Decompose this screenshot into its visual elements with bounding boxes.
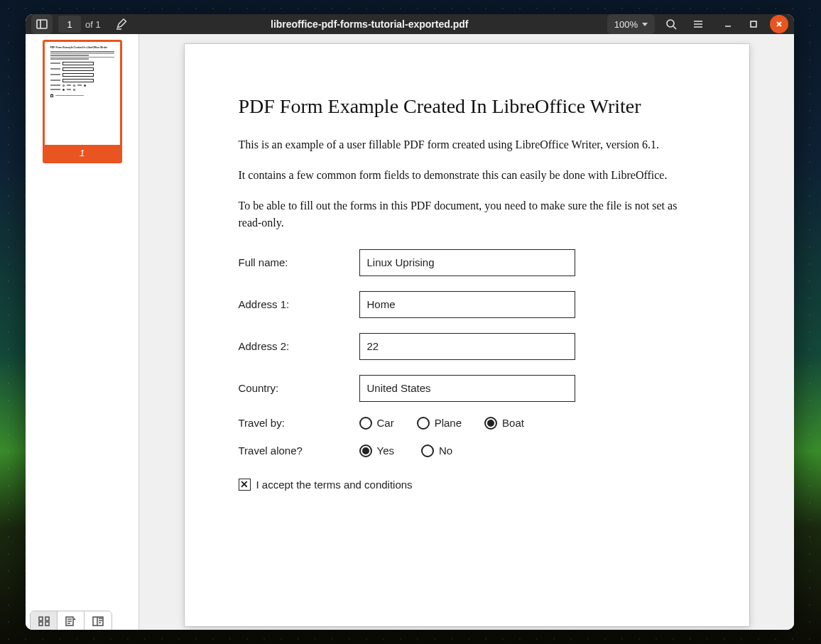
address1-label: Address 1: [239, 298, 359, 310]
thumbnail-preview: PDF Form Example Created In LibreOffice … [45, 42, 120, 145]
thumbnails-panel: PDF Form Example Created In LibreOffice … [30, 40, 134, 163]
header-bar: 1 of 1 libreoffice-pdf-forms-tutorial-ex… [26, 14, 794, 34]
address2-label: Address 2: [239, 340, 359, 352]
travel-alone-yes-radio[interactable] [359, 444, 372, 457]
maximize-icon [749, 20, 758, 28]
address2-field[interactable]: 22 [359, 333, 575, 360]
full-name-label: Full name: [239, 256, 359, 268]
pdf-page-1: PDF Form Example Created In LibreOffice … [185, 44, 749, 626]
grid-icon [38, 616, 50, 626]
travel-by-label: Travel by: [239, 417, 359, 429]
zoom-label: 100% [614, 19, 638, 30]
bookmark-panel-icon [92, 616, 104, 626]
pdf-viewer-window: 1 of 1 libreoffice-pdf-forms-tutorial-ex… [26, 14, 794, 630]
doc-paragraph-1: This is an example of a user fillable PD… [239, 136, 698, 153]
thumbnails-view-button[interactable] [31, 611, 58, 630]
travel-by-boat-label: Boat [502, 417, 524, 429]
travel-alone-yes-label: Yes [377, 444, 394, 457]
country-field[interactable]: United States [359, 375, 575, 402]
chevron-down-icon [642, 23, 648, 26]
toggle-sidebar-button[interactable] [31, 14, 53, 34]
page-total-label: of 1 [85, 19, 101, 30]
doc-paragraph-2: It contains a few common form fields to … [239, 167, 698, 183]
minimize-icon [724, 20, 732, 28]
doc-paragraph-3: To be able to fill out the forms in this… [239, 197, 698, 230]
svg-line-4 [673, 26, 676, 29]
annotate-button[interactable] [111, 14, 132, 34]
page-viewport[interactable]: PDF Form Example Created In LibreOffice … [139, 34, 794, 630]
svg-rect-15 [45, 622, 49, 626]
travel-alone-no-radio[interactable] [421, 444, 434, 457]
svg-rect-0 [37, 20, 47, 28]
accept-terms-checkbox[interactable]: ✕ [239, 479, 251, 491]
full-name-field[interactable]: Linux Uprising [359, 249, 575, 276]
form: Full name: Linux Uprising Address 1: Hom… [239, 249, 698, 491]
travel-by-plane-label: Plane [435, 417, 462, 429]
travel-alone-no-label: No [439, 444, 452, 457]
svg-rect-14 [39, 622, 43, 626]
outline-icon [65, 616, 77, 626]
thumbnail-page-number: 1 [45, 145, 120, 161]
zoom-selector[interactable]: 100% [607, 14, 655, 34]
svg-rect-13 [45, 617, 49, 621]
window-title: libreoffice-pdf-forms-tutorial-exported.… [138, 18, 602, 30]
svg-rect-12 [39, 617, 43, 621]
maximize-button[interactable] [744, 15, 763, 33]
sidebar: PDF Form Example Created In LibreOffice … [26, 34, 139, 630]
sidebar-view-switcher [30, 611, 112, 630]
travel-by-plane-radio[interactable] [417, 417, 430, 430]
travel-alone-label: Travel alone? [239, 444, 359, 457]
outline-view-button[interactable] [58, 611, 85, 630]
minimize-button[interactable] [719, 15, 737, 33]
window-controls [719, 15, 788, 33]
svg-point-3 [667, 20, 674, 27]
close-button[interactable] [770, 15, 788, 33]
content-area: PDF Form Example Created In LibreOffice … [26, 34, 794, 630]
page-number-input[interactable]: 1 [58, 16, 81, 33]
travel-by-boat-radio[interactable] [484, 417, 497, 430]
close-icon [775, 20, 783, 28]
search-button[interactable] [660, 14, 682, 34]
main-menu-button[interactable] [687, 14, 709, 34]
desktop-wallpaper: 1 of 1 libreoffice-pdf-forms-tutorial-ex… [0, 0, 821, 644]
page-indicator: 1 of 1 [58, 16, 101, 33]
page-thumbnail-1[interactable]: PDF Form Example Created In LibreOffice … [43, 40, 122, 163]
country-label: Country: [239, 382, 359, 394]
document-heading: PDF Form Example Created In LibreOffice … [239, 95, 698, 118]
accept-terms-label: I accept the terms and conditions [256, 479, 413, 491]
annotations-view-button[interactable] [85, 611, 112, 630]
search-icon [665, 18, 677, 30]
pencil-icon [116, 18, 127, 30]
travel-by-car-radio[interactable] [359, 417, 372, 430]
hamburger-icon [692, 18, 704, 30]
svg-rect-9 [751, 21, 756, 27]
address1-field[interactable]: Home [359, 291, 575, 318]
travel-by-car-label: Car [377, 417, 394, 429]
sidebar-toggle-icon [36, 19, 48, 29]
